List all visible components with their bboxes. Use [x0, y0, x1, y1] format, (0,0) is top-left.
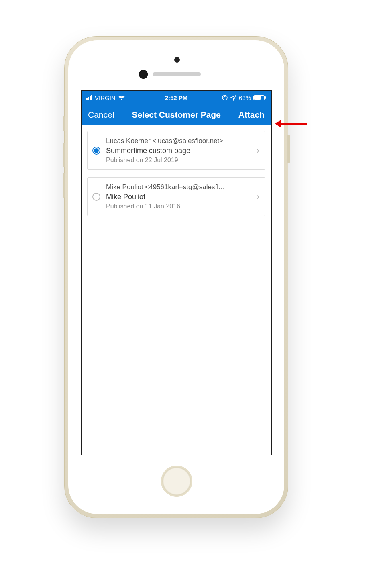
battery-icon — [253, 95, 266, 100]
volume-up-button — [63, 143, 65, 167]
item-published: Published on 22 Jul 2019 — [106, 157, 253, 164]
nav-bar: Cancel Select Customer Page Attach — [82, 104, 271, 125]
cancel-button[interactable]: Cancel — [88, 110, 114, 120]
radio-unselected-icon[interactable] — [92, 193, 100, 201]
wifi-icon — [118, 95, 125, 100]
nav-title: Select Customer Page — [132, 110, 221, 120]
home-button[interactable] — [161, 466, 192, 497]
item-page-name: Summertime custom page — [106, 147, 253, 155]
mute-switch — [63, 116, 65, 131]
front-camera — [139, 70, 148, 79]
location-icon — [230, 95, 236, 101]
power-button — [287, 135, 290, 163]
page-list: Lucas Koerner <lucas@salesfloor.net> Sum… — [82, 125, 271, 229]
earpiece-speaker — [153, 72, 201, 76]
battery-pct: 63% — [239, 94, 251, 101]
proximity-sensor — [174, 57, 180, 63]
carrier-label: VIRGIN — [95, 94, 116, 101]
volume-down-button — [63, 173, 65, 198]
item-page-name: Mike Pouliot — [106, 193, 253, 201]
chevron-right-icon: › — [257, 192, 259, 202]
item-published: Published on 11 Jan 2016 — [106, 203, 253, 210]
item-customer: Lucas Koerner <lucas@salesfloor.net> — [106, 137, 253, 145]
status-time: 2:52 PM — [165, 94, 188, 101]
chevron-right-icon: › — [257, 145, 259, 156]
rotation-lock-icon — [222, 94, 228, 101]
header-area: VIRGIN 2:52 PM 63% — [82, 91, 271, 125]
status-bar: VIRGIN 2:52 PM 63% — [82, 91, 271, 104]
signal-bars-icon — [86, 95, 92, 100]
annotation-arrow — [275, 120, 307, 128]
radio-selected-icon[interactable] — [92, 147, 100, 155]
app-screen: VIRGIN 2:52 PM 63% — [81, 90, 272, 455]
customer-page-item[interactable]: Lucas Koerner <lucas@salesfloor.net> Sum… — [87, 131, 265, 170]
item-customer: Mike Pouliot <49561karl+stg@salesfl... — [106, 183, 253, 191]
attach-button[interactable]: Attach — [238, 110, 265, 120]
customer-page-item[interactable]: Mike Pouliot <49561karl+stg@salesfl... M… — [87, 177, 265, 216]
